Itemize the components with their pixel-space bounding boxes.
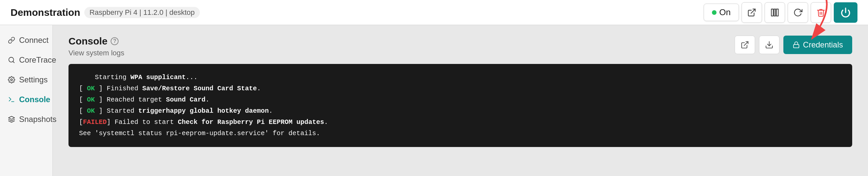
terminal-line-3: [ OK ] Reached target Sound Card.: [79, 94, 842, 106]
link-icon: [8, 37, 15, 44]
sidebar-label-console: Console: [19, 95, 51, 104]
power-button[interactable]: [834, 2, 858, 23]
credentials-button[interactable]: Credentials: [783, 36, 852, 54]
page-title: Demonstration: [10, 7, 80, 18]
console-open-external-button[interactable]: [735, 36, 755, 54]
refresh-button[interactable]: [788, 2, 808, 23]
terminal-line-4: [ OK ] Started triggerhappy global hotke…: [79, 106, 842, 117]
console-title-group: Console ? View system logs: [68, 36, 124, 57]
search-icon: [8, 56, 15, 64]
power-icon: [840, 7, 851, 18]
sidebar-item-console[interactable]: Console: [0, 90, 52, 110]
header: Demonstration Raspberry Pi 4 | 11.2.0 | …: [0, 0, 868, 25]
terminal-line-2: [ OK ] Finished Save/Restore Sound Card …: [79, 83, 842, 94]
header-right: On: [704, 2, 858, 23]
header-left: Demonstration Raspberry Pi 4 | 11.2.0 | …: [10, 7, 200, 18]
header-meta: Raspberry Pi 4 | 11.2.0 | desktop: [84, 7, 200, 18]
console-title: Console ?: [68, 36, 124, 47]
sidebar-item-settings[interactable]: Settings: [0, 70, 52, 90]
svg-rect-3: [776, 9, 778, 16]
svg-rect-2: [774, 9, 776, 16]
external-link-icon: [741, 40, 749, 49]
columns-button[interactable]: [765, 2, 785, 23]
terminal-line-1: Starting WPA supplicant...: [79, 72, 842, 83]
svg-point-8: [10, 79, 12, 81]
status-badge: On: [704, 4, 739, 21]
terminal: Starting WPA supplicant... [ OK ] Finish…: [68, 64, 852, 147]
status-label: On: [719, 7, 731, 18]
main-layout: Connect CoreTrace Settings Console: [0, 25, 868, 176]
terminal-line-5: [FAILED] Failed to start Check for Raspb…: [79, 117, 842, 128]
sidebar-item-coretrace[interactable]: CoreTrace: [0, 50, 52, 70]
sidebar-label-snapshots: Snapshots: [19, 115, 56, 124]
layers-icon: [8, 116, 15, 123]
open-external-icon: [747, 8, 756, 17]
open-external-button[interactable]: [742, 2, 762, 23]
credentials-label: Credentials: [803, 40, 843, 50]
terminal-icon: [8, 96, 15, 103]
refresh-icon: [793, 8, 803, 17]
columns-icon: [770, 8, 779, 17]
sidebar-item-connect[interactable]: Connect: [0, 30, 52, 50]
lock-icon: [793, 41, 800, 49]
status-dot: [712, 10, 716, 15]
console-actions: Credentials: [735, 36, 852, 54]
sidebar-item-snapshots[interactable]: Snapshots: [0, 110, 52, 129]
console-download-button[interactable]: [759, 36, 779, 54]
trash-icon: [816, 8, 826, 17]
sidebar-label-coretrace: CoreTrace: [19, 55, 56, 65]
delete-button[interactable]: [811, 2, 831, 23]
svg-rect-13: [793, 45, 799, 48]
sidebar: Connect CoreTrace Settings Console: [0, 25, 53, 176]
terminal-line-6: See 'systemctl status rpi-eeprom-update.…: [79, 128, 842, 139]
svg-line-11: [744, 41, 748, 46]
svg-line-7: [13, 61, 14, 63]
svg-marker-10: [8, 116, 14, 119]
sidebar-label-connect: Connect: [19, 36, 49, 45]
download-icon: [765, 40, 774, 49]
help-icon[interactable]: ?: [111, 37, 119, 45]
content-area: Console ? View system logs: [53, 25, 868, 176]
console-subtitle: View system logs: [68, 49, 124, 57]
svg-line-0: [751, 9, 755, 13]
sidebar-label-settings: Settings: [19, 75, 48, 84]
console-header: Console ? View system logs: [68, 36, 852, 57]
svg-rect-1: [772, 9, 774, 16]
settings-icon: [8, 76, 15, 83]
